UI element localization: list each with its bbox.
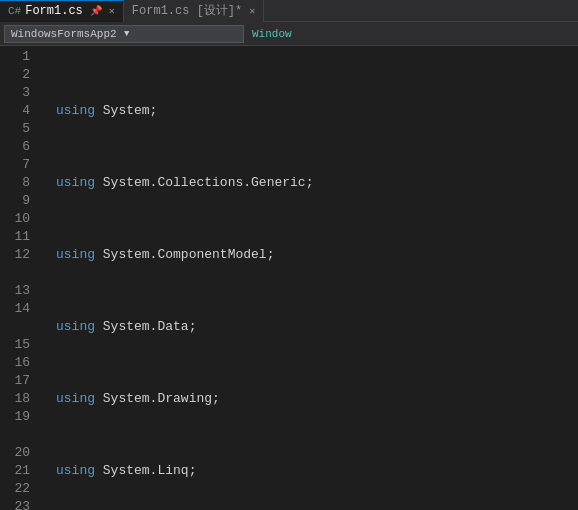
tab-form-cs[interactable]: C# Form1.cs 📌 ✕	[0, 0, 124, 22]
code-line-5: using System.Drawing;	[42, 390, 578, 408]
class-dropdown[interactable]: WindowsFormsApp2 ▼	[4, 25, 244, 43]
class-dropdown-value: WindowsFormsApp2	[11, 28, 124, 40]
cs-icon: C#	[8, 5, 21, 17]
tab-form-designer[interactable]: Form1.cs [设计]* ✕	[124, 0, 264, 22]
member-dropdown-label: Window	[252, 28, 292, 40]
tab-form-cs-close[interactable]: ✕	[109, 5, 115, 17]
class-dropdown-arrow: ▼	[124, 29, 237, 39]
tab-form-cs-label: Form1.cs	[25, 4, 83, 18]
tab-form-designer-label: Form1.cs [设计]*	[132, 2, 242, 19]
code-line-3: using System.ComponentModel;	[42, 246, 578, 264]
code-line-1: using System;	[42, 102, 578, 120]
title-bar: C# Form1.cs 📌 ✕ Form1.cs [设计]* ✕	[0, 0, 578, 22]
code-line-2: using System.Collections.Generic;	[42, 174, 578, 192]
code-line-6: using System.Linq;	[42, 462, 578, 480]
dropdown-bar: WindowsFormsApp2 ▼ Window	[0, 22, 578, 46]
tab-form-designer-close[interactable]: ✕	[249, 5, 255, 17]
editor-area[interactable]: 1 2 3 4 5 6 7 8 9 10 11 12 13 14 15 16 1…	[0, 46, 578, 510]
code-content[interactable]: using System; using System.Collections.G…	[38, 46, 578, 510]
tab-form-cs-pin[interactable]: 📌	[90, 5, 102, 17]
line-numbers: 1 2 3 4 5 6 7 8 9 10 11 12 13 14 15 16 1…	[0, 46, 38, 510]
code-line-4: using System.Data;	[42, 318, 578, 336]
